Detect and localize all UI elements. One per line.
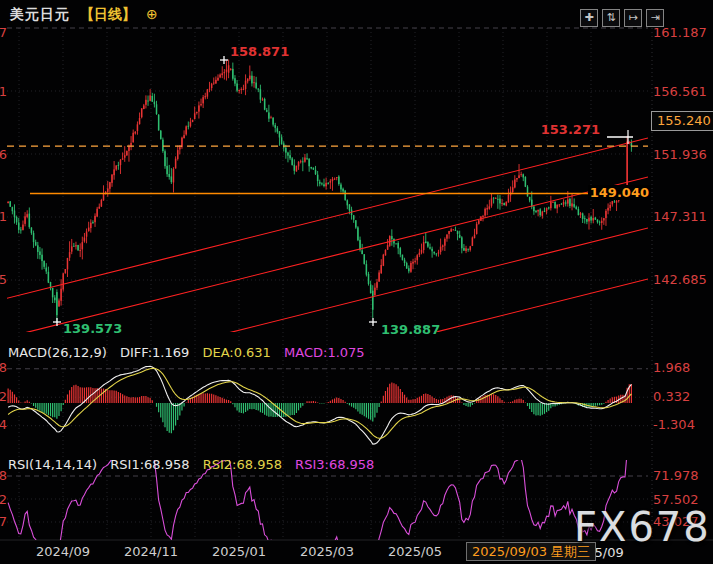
period-label: 【日线】: [80, 6, 136, 24]
chart-toolbar: ✚⇅↦⇥: [580, 9, 664, 27]
macd-params: MACD(26,12,9): [8, 345, 107, 360]
zoom-x-axis-icon[interactable]: ↦: [624, 9, 642, 27]
scroll-to-latest-icon[interactable]: ⇥: [646, 9, 664, 27]
rsi3-value: RSI3:68.958: [295, 457, 374, 472]
chart-canvas[interactable]: [0, 0, 713, 564]
zoom-y-axis-icon[interactable]: ⇅: [602, 9, 620, 27]
trading-chart-app: 161.187156.561151.936147.311142.6851.968…: [0, 0, 713, 564]
symbol-title: 美元日元: [10, 6, 70, 24]
price-level-label: 149.040: [588, 185, 651, 200]
macd-diff-value: DIFF:1.169: [120, 345, 189, 360]
rsi2-value: RSI2:68.958: [203, 457, 282, 472]
rsi1-value: RSI1:68.958: [110, 457, 189, 472]
crosshair-price-box: 155.240: [651, 111, 713, 131]
macd-header: MACD(26,12,9) DIFF:1.169 DEA:0.631 MACD:…: [8, 345, 374, 360]
watermark: FX678: [574, 504, 711, 550]
pan-crosshair-icon[interactable]: ✚: [580, 9, 598, 27]
add-indicator-icon[interactable]: ⊕: [146, 6, 158, 22]
macd-macd-value: MACD:1.075: [284, 345, 365, 360]
chart-header: 美元日元 【日线】 ⊕ ✚⇅↦⇥: [0, 0, 713, 28]
rsi-params: RSI(14,14,14): [8, 457, 97, 472]
rsi-header: RSI(14,14,14) RSI1:68.958 RSI2:68.958 RS…: [8, 457, 383, 472]
macd-dea-value: DEA:0.631: [202, 345, 271, 360]
candlesticks: [7, 60, 632, 323]
